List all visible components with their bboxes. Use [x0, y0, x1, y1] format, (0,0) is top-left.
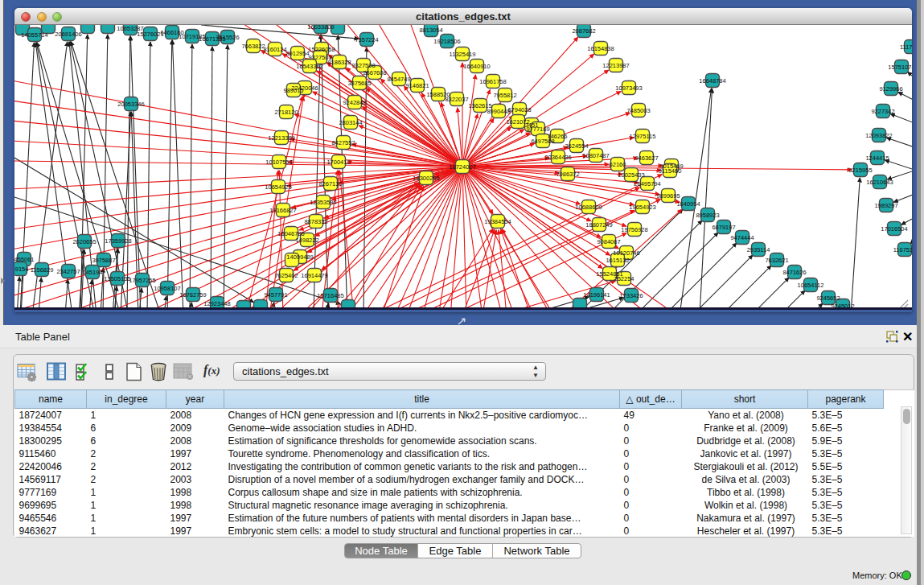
- svg-text:8878332: 8878332: [304, 218, 327, 225]
- svg-text:9474444: 9474444: [730, 234, 754, 241]
- svg-text:10025433: 10025433: [618, 171, 644, 179]
- svg-text:2020655: 2020655: [72, 238, 96, 245]
- svg-text:16648784: 16648784: [699, 77, 725, 84]
- svg-text:8813054: 8813054: [419, 27, 442, 34]
- svg-text:2803144: 2803144: [339, 119, 362, 126]
- svg-text:1117236: 1117236: [900, 43, 912, 51]
- svg-text:10688609: 10688609: [575, 204, 602, 211]
- svg-text:10120746: 10120746: [613, 249, 639, 257]
- svg-text:8958923: 8958923: [696, 212, 719, 219]
- svg-text:6879197: 6879197: [712, 224, 735, 231]
- svg-text:9242848: 9242848: [343, 99, 366, 106]
- svg-text:14196141: 14196141: [583, 291, 610, 299]
- svg-text:2718120: 2718120: [274, 109, 298, 116]
- svg-text:12923448: 12923448: [203, 300, 230, 307]
- svg-text:20364436: 20364436: [544, 154, 571, 161]
- svg-text:8186328: 8186328: [327, 59, 351, 66]
- svg-text:19384554: 19384554: [484, 218, 511, 225]
- svg-text:9129966: 9129966: [879, 85, 902, 93]
- svg-text:20053346: 20053346: [117, 101, 144, 108]
- svg-text:16033809: 16033809: [307, 25, 334, 31]
- svg-text:9227342: 9227342: [871, 108, 894, 115]
- svg-text:10107553: 10107553: [265, 159, 292, 166]
- svg-text:9084067: 9084067: [597, 238, 620, 245]
- svg-text:19756928: 19756928: [621, 226, 647, 233]
- svg-text:252254: 252254: [614, 275, 634, 282]
- svg-text:12213987: 12213987: [602, 62, 629, 69]
- svg-text:7986372: 7986372: [556, 171, 579, 178]
- svg-text:746266: 746266: [547, 133, 567, 140]
- svg-text:18300295: 18300295: [413, 175, 439, 182]
- svg-text:9245012: 9245012: [831, 303, 854, 310]
- svg-text:19654923: 19654923: [629, 204, 655, 211]
- svg-text:1244415: 1244415: [865, 154, 889, 162]
- svg-text:1640954: 1640954: [676, 200, 700, 208]
- svg-text:8471626: 8471626: [782, 269, 806, 276]
- svg-text:1733426: 1733426: [619, 292, 643, 299]
- svg-text:7625402: 7625402: [274, 272, 298, 279]
- svg-text:7357224: 7357224: [355, 36, 378, 43]
- svg-text:13505135: 13505135: [104, 275, 130, 282]
- svg-text:19166827: 19166827: [269, 207, 296, 214]
- svg-text:8427552: 8427552: [331, 139, 355, 146]
- svg-text:8215955: 8215955: [848, 167, 872, 174]
- svg-text:16543362: 16543362: [296, 63, 322, 70]
- svg-text:20691406: 20691406: [55, 31, 81, 38]
- svg-text:17957255: 17957255: [129, 277, 155, 284]
- svg-text:16210643: 16210643: [866, 179, 893, 186]
- svg-text:8160124: 8160124: [263, 46, 286, 53]
- svg-text:8322037: 8322037: [445, 96, 468, 103]
- svg-text:16782759: 16782759: [179, 291, 206, 299]
- svg-text:11325419: 11325419: [450, 51, 476, 58]
- svg-text:2667608: 2667608: [363, 69, 386, 76]
- svg-text:9899695: 9899695: [656, 192, 680, 200]
- svg-text:15226058: 15226058: [308, 46, 335, 53]
- svg-text:26495794: 26495794: [634, 180, 660, 187]
- svg-text:16961758: 16961758: [479, 78, 506, 85]
- svg-text:1167533: 1167533: [893, 246, 912, 253]
- svg-text:9457791: 9457791: [264, 291, 287, 299]
- svg-text:18724007: 18724007: [449, 163, 475, 171]
- svg-text:7485003: 7485003: [626, 107, 650, 114]
- svg-text:8267130: 8267130: [318, 180, 342, 187]
- svg-text:8912954: 8912954: [285, 50, 309, 57]
- svg-text:10958107: 10958107: [154, 285, 180, 292]
- svg-text:8990448: 8990448: [487, 108, 510, 115]
- svg-text:10654112: 10654112: [798, 282, 824, 289]
- svg-text:1700412: 1700412: [326, 159, 350, 166]
- svg-text:1989297: 1989297: [874, 202, 897, 209]
- svg-text:7663822: 7663822: [241, 43, 265, 50]
- svg-text:9115460: 9115460: [659, 167, 682, 175]
- svg-text:14099489: 14099489: [286, 253, 313, 261]
- svg-text:12353594: 12353594: [310, 199, 336, 206]
- svg-text:9327508: 9327508: [351, 62, 375, 69]
- svg-text:16154838: 16154838: [587, 45, 614, 52]
- svg-text:989015: 989015: [283, 87, 303, 94]
- svg-text:15716485: 15716485: [317, 292, 343, 299]
- svg-text:1615132: 1615132: [606, 257, 629, 264]
- svg-text:16914479: 16914479: [301, 272, 327, 279]
- svg-text:7632621: 7632621: [765, 257, 788, 264]
- svg-text:19218506: 19218506: [433, 38, 460, 45]
- svg-text:9245652: 9245652: [816, 295, 840, 302]
- svg-text:12975115: 12975115: [630, 133, 656, 140]
- svg-text:10654925: 10654925: [265, 183, 291, 191]
- svg-text:3975887: 3975887: [92, 257, 115, 264]
- svg-text:10973493: 10973493: [615, 84, 642, 92]
- svg-text:17359928: 17359928: [105, 237, 131, 245]
- svg-text:3624554: 3624554: [565, 142, 588, 150]
- svg-text:62160: 62160: [610, 161, 626, 168]
- svg-text:12093822: 12093822: [865, 132, 892, 139]
- svg-text:14055714: 14055714: [21, 31, 47, 39]
- svg-text:9146821: 9146821: [405, 82, 429, 89]
- svg-text:18807249: 18807249: [585, 221, 612, 229]
- svg-text:16640910: 16640910: [463, 63, 490, 70]
- svg-text:145194: 145194: [82, 269, 102, 276]
- svg-text:1156829: 1156829: [31, 266, 54, 274]
- svg-text:9463627: 9463627: [634, 154, 658, 162]
- svg-text:39154: 39154: [14, 266, 28, 273]
- svg-text:2935114: 2935114: [747, 246, 770, 253]
- svg-text:2342757: 2342757: [56, 268, 80, 275]
- svg-text:6794028: 6794028: [507, 106, 531, 113]
- svg-text:7515526: 7515526: [216, 34, 239, 41]
